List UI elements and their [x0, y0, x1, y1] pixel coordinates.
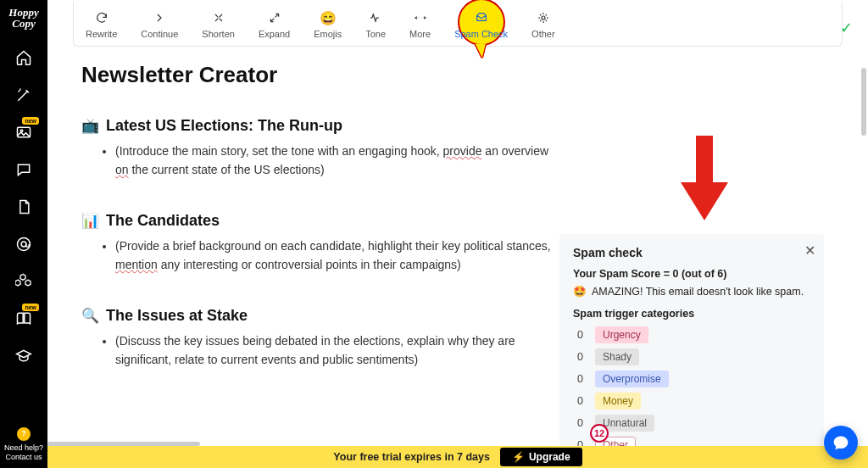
sidebar-help[interactable]: ? Need help? Contact us: [0, 424, 47, 468]
help-line2: Contact us: [0, 453, 47, 463]
spam-category-row: 0Money: [573, 393, 810, 410]
spam-category-count: 0: [573, 373, 583, 385]
spam-category-row: 0Overpromise: [573, 370, 810, 387]
close-icon[interactable]: ✕: [804, 242, 815, 259]
help-line1: Need help?: [0, 443, 47, 454]
bolt-icon: ⚡: [512, 451, 525, 463]
nav-document[interactable]: [7, 190, 41, 224]
tool-label: Emojis: [314, 29, 342, 39]
section-body: (Introduce the main story, set the tone …: [115, 142, 556, 180]
upgrade-button[interactable]: ⚡Upgrade: [500, 448, 582, 466]
upgrade-label: Upgrade: [529, 451, 570, 463]
nav-home[interactable]: [7, 41, 41, 75]
spam-category-tag: Urgency: [595, 326, 648, 343]
saved-check-icon: ✓: [840, 19, 853, 37]
spam-highlight-tail: [475, 44, 485, 58]
section-heading: The Issues at Stake: [106, 307, 248, 325]
trial-text: Your free trial expires in 7 days: [333, 451, 490, 463]
spam-category-row: 0Urgency: [573, 326, 810, 343]
section-emoji: 📺: [81, 117, 99, 135]
section-body: (Discuss the key issues being debated in…: [115, 332, 556, 370]
section-emoji: 📊: [81, 212, 99, 230]
spam-score: Your Spam Score = 0 (out of 6): [573, 268, 810, 280]
nav-image[interactable]: new: [7, 115, 41, 149]
section-body: (Provide a brief background on each cand…: [115, 237, 556, 275]
chat-bubble-button[interactable]: [824, 426, 858, 460]
gear-icon: [531, 10, 555, 25]
spam-check-icon: [454, 10, 508, 25]
spam-category-count: 0: [573, 417, 583, 429]
emoji-icon: 😄: [314, 10, 342, 25]
tool-label: More: [409, 29, 431, 39]
svg-point-4: [542, 16, 545, 20]
tool-tone[interactable]: Tone: [353, 2, 398, 46]
tool-other[interactable]: Other: [520, 2, 567, 46]
scrollbar-vertical[interactable]: [861, 68, 866, 136]
tool-label: Spam Check: [454, 29, 508, 39]
content-area: Rewrite Continue Shorten Expand 😄 Emojis: [47, 0, 868, 468]
nav-mention[interactable]: [7, 227, 41, 261]
tool-more[interactable]: More: [398, 2, 442, 46]
section-heading: Latest US Elections: The Run-up: [106, 117, 342, 135]
brand-logo: Hoppy Copy: [8, 7, 38, 29]
nav-chat[interactable]: [7, 153, 41, 187]
trial-bar: Your free trial expires in 7 days ⚡Upgra…: [47, 446, 868, 468]
help-icon: ?: [17, 427, 31, 441]
shorten-icon: [202, 10, 235, 25]
tool-label: Shorten: [202, 29, 235, 39]
more-icon: [409, 10, 431, 25]
svg-point-2: [18, 238, 31, 251]
spam-category-row: 0Shady: [573, 348, 810, 365]
sidebar: Hoppy Copy new new ?: [0, 0, 47, 468]
expand-icon: [259, 10, 290, 25]
tool-label: Tone: [365, 29, 386, 39]
annotation-arrow: [679, 136, 730, 224]
tool-label: Expand: [259, 29, 290, 39]
tool-expand[interactable]: Expand: [247, 2, 302, 46]
svg-point-3: [21, 242, 26, 247]
tool-spam-check[interactable]: Spam Check: [442, 2, 520, 46]
toolbar: Rewrite Continue Shorten Expand 😄 Emojis: [73, 2, 843, 47]
tool-label: Continue: [141, 29, 178, 39]
spam-category-count: 0: [573, 329, 583, 341]
spam-category-tag: Overpromise: [595, 370, 669, 387]
continue-icon: [141, 10, 178, 25]
section-heading: The Candidates: [106, 212, 220, 230]
rewrite-icon: [86, 10, 117, 25]
spam-panel-title: Spam check: [573, 246, 810, 259]
spam-result: 🤩AMAZING! This email doesn't look like s…: [573, 285, 810, 298]
tool-label: Other: [531, 29, 555, 39]
tool-emojis[interactable]: 😄 Emojis: [302, 2, 353, 46]
section-emoji: 🔍: [81, 307, 99, 325]
spam-category-tag: Money: [595, 393, 641, 410]
tool-shorten[interactable]: Shorten: [190, 2, 247, 46]
spam-category-count: 0: [573, 395, 583, 407]
nav-academy[interactable]: [7, 339, 41, 373]
spam-category-row: 0Unnatural: [573, 415, 810, 432]
page-title: Newsletter Creator: [81, 62, 834, 88]
tool-label: Rewrite: [86, 29, 117, 39]
tool-continue[interactable]: Continue: [129, 2, 190, 46]
nav-wand[interactable]: [7, 78, 41, 112]
nav-library[interactable]: new: [7, 302, 41, 336]
nav-modules[interactable]: [7, 265, 41, 298]
tool-rewrite[interactable]: Rewrite: [74, 2, 129, 46]
tone-icon: [365, 10, 386, 25]
spam-category-count: 0: [573, 351, 583, 363]
spam-categories-header: Spam trigger categories: [573, 308, 810, 320]
spam-category-tag: Shady: [595, 348, 639, 365]
tour-step-badge: 12: [590, 424, 609, 443]
